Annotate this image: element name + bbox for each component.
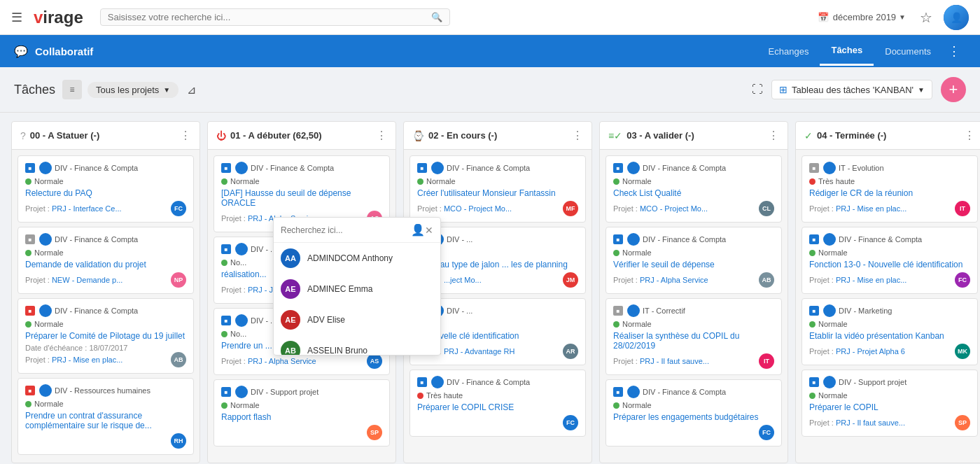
card-title[interactable]: Relecture du PAQ xyxy=(25,188,186,198)
search-input[interactable] xyxy=(108,12,426,22)
card-type-icon: ■ xyxy=(25,386,35,395)
task-card[interactable]: ■👤DIV - Finance & ComptaNormaleDemande d… xyxy=(18,227,194,294)
card-assignee-avatar: AR xyxy=(563,344,578,359)
project-link[interactable]: PRJ - Alpha Service xyxy=(248,357,316,365)
project-link[interactable]: MCO - Project Mo... xyxy=(640,204,708,213)
favorites-icon[interactable]: ☆ xyxy=(920,9,932,26)
task-card[interactable]: ■👤DIV - Finance & ComptaNormaleVérifier … xyxy=(606,227,782,294)
task-card[interactable]: ■👤DIV - Support projetNormaleRapport fla… xyxy=(214,379,390,447)
card-division-label: DIV - Finance & Compta xyxy=(55,164,183,172)
project-link[interactable]: ...ject Mo... xyxy=(444,276,482,284)
user-avatar[interactable]: 👤 xyxy=(944,5,969,30)
card-title[interactable]: Prendre un contrat d'assurance complémen… xyxy=(25,411,186,430)
menu-hamburger[interactable]: ☰ xyxy=(11,10,22,25)
task-card[interactable]: ■👤DIV - Finance & ComptaNormaleRelecture… xyxy=(18,155,194,223)
dropdown-user-item[interactable]: AE ADV Elise xyxy=(274,304,440,335)
project-link[interactable]: PRJ - Mise en plac... xyxy=(52,356,122,364)
task-card[interactable]: ■👤DIV - Ressources humainesNormalePrendr… xyxy=(18,378,194,455)
app-logo[interactable]: virage xyxy=(34,8,83,27)
card-top-row: ■👤IT - Evolution xyxy=(809,162,970,174)
card-title[interactable]: Créer l'utilisateur Monsieur Fantassin xyxy=(417,188,578,198)
tab-echanges[interactable]: Echanges xyxy=(757,38,820,65)
project-link[interactable]: PRJ - Alpha Service xyxy=(640,276,708,284)
tab-documents[interactable]: Documents xyxy=(874,38,942,65)
card-title[interactable]: Etablir la vidéo présentation Kanban xyxy=(809,331,970,341)
project-link[interactable]: PRJ - Interface Ce... xyxy=(52,204,122,213)
card-top-row: ■👤DIV - Support projet xyxy=(221,386,382,398)
project-link[interactable]: PRJ - Il faut sauve... xyxy=(836,419,905,427)
date-picker[interactable]: 📅 décembre 2019 ▼ xyxy=(818,12,906,22)
card-type-icon: ■ xyxy=(613,306,623,316)
column-status-icon-4: ✓ xyxy=(804,130,813,141)
dropdown-search-input[interactable] xyxy=(281,225,405,235)
priority-label: Normale xyxy=(622,320,652,328)
card-division-avatar: 👤 xyxy=(431,162,444,174)
priority-label: Normale xyxy=(34,248,64,257)
card-title[interactable]: Préparer le Comité de Pilotage du 19 jui… xyxy=(25,331,186,341)
task-card[interactable]: ■👤DIV - Finance & ComptaNormalePréparer … xyxy=(18,298,194,374)
project-link[interactable]: PRJ - Mise en plac... xyxy=(836,276,906,284)
card-title[interactable]: [DAF] Hausse du seuil de dépense ORACLE xyxy=(221,188,382,208)
search-icon[interactable]: 🔍 xyxy=(431,12,442,22)
card-division-label: DIV - Finance & Compta xyxy=(447,164,575,172)
card-title[interactable]: Rapport flash xyxy=(221,412,382,422)
task-card[interactable]: ■👤DIV - Finance & ComptaNormaleCheck Lis… xyxy=(606,155,782,223)
card-title[interactable]: Rédiger le CR de la réunion xyxy=(809,188,970,198)
dropdown-user-item[interactable]: AA ADMINDCOM Anthony xyxy=(274,243,440,274)
task-card[interactable]: ■👤DIV - Finance & ComptaNormaleCréer l'u… xyxy=(410,155,586,223)
card-title[interactable]: Fonction 13-0 - Nouvelle clé identificat… xyxy=(809,260,970,269)
task-card[interactable]: ■👤DIV - Finance & ComptaNormaleFonction … xyxy=(802,227,978,294)
dropdown-user-item[interactable]: AB ASSELIN Bruno xyxy=(274,335,440,355)
project-link[interactable]: PRJ - Il faut sauve... xyxy=(640,357,709,365)
kanban-selector[interactable]: ⊞ Tableau des tâches 'KANBAN' ▼ xyxy=(771,80,932,99)
project-selector[interactable]: Tous les projets ▼ xyxy=(88,82,178,98)
dropdown-user-item[interactable]: AE ADMINEC Emma xyxy=(274,274,440,304)
card-title[interactable]: Réaliser la synthèse du COPIL du 28/02/2… xyxy=(613,331,774,351)
card-assignee-avatar: SP xyxy=(367,425,382,440)
task-card[interactable]: ■👤DIV - Finance & ComptaTrès hautePrépar… xyxy=(410,370,586,437)
column-more-icon-3[interactable]: ⋮ xyxy=(768,129,779,142)
sub-nav-more-icon[interactable]: ⋮ xyxy=(942,43,966,59)
project-link[interactable]: PRJ - Mise en plac... xyxy=(836,204,906,213)
card-title[interactable]: Vérifier le seuil de dépense xyxy=(613,260,774,269)
dropdown-search-box[interactable]: 👤 ✕ xyxy=(274,218,440,243)
card-footer: Projet : PRJ - Alpha ServiceAB xyxy=(613,272,774,288)
priority-label: No... xyxy=(230,258,246,267)
add-task-button[interactable]: + xyxy=(941,77,966,102)
tab-taches[interactable]: Tâches xyxy=(820,36,874,66)
priority-label: Très haute xyxy=(818,177,855,185)
column-more-icon-4[interactable]: ⋮ xyxy=(964,129,975,142)
task-card[interactable]: ■👤IT - EvolutionTrès hauteRédiger le CR … xyxy=(802,155,978,223)
card-priority-row: le... xyxy=(417,320,578,328)
column-more-icon-1[interactable]: ⋮ xyxy=(376,129,387,142)
card-title[interactable]: Demande de validation du projet xyxy=(25,260,186,269)
card-title[interactable]: Préparer le COPIL xyxy=(809,402,970,412)
search-box[interactable]: 🔍 xyxy=(100,8,450,26)
project-link[interactable]: MCO - Project Mo... xyxy=(444,204,512,213)
task-card[interactable]: ■👤DIV - Support projetNormalePréparer le… xyxy=(802,370,978,437)
card-title[interactable]: Check List Qualité xyxy=(613,188,774,198)
card-assignee-avatar: FC xyxy=(955,272,970,288)
logo-irage: irage xyxy=(43,8,83,27)
card-top-row: ■👤DIV - ... xyxy=(417,304,578,317)
priority-dot xyxy=(613,250,620,256)
column-cards-0: ■👤DIV - Finance & ComptaNormaleRelecture… xyxy=(12,150,200,463)
project-link[interactable]: PRJ - Projet Alpha 6 xyxy=(836,347,905,356)
card-type-icon: ■ xyxy=(221,244,231,254)
card-title[interactable]: nouveau type de jalon ... les de plannin… xyxy=(417,260,578,269)
column-more-icon-0[interactable]: ⋮ xyxy=(180,129,191,142)
filter-funnel-icon[interactable]: ⊿ xyxy=(187,83,196,97)
task-card[interactable]: ■👤IT - CorrectifNormaleRéaliser la synth… xyxy=(606,298,782,375)
task-card[interactable]: ■👤DIV - Finance & ComptaNormalePréparer … xyxy=(606,379,782,447)
project-link[interactable]: PRJ - Advantage RH xyxy=(444,347,515,356)
view-icon[interactable]: ≡ xyxy=(62,80,82,99)
project-link[interactable]: NEW - Demande p... xyxy=(52,276,122,284)
expand-icon[interactable]: ⛶ xyxy=(752,83,763,96)
card-title[interactable]: Préparer le COPIL CRISE xyxy=(417,402,578,412)
card-title[interactable]: ...Nouvelle clé identification xyxy=(417,331,578,341)
dropdown-close-icon[interactable]: ✕ xyxy=(425,225,433,236)
task-card[interactable]: ■👤DIV - MarketingNormaleEtablir la vidéo… xyxy=(802,298,978,365)
column-more-icon-2[interactable]: ⋮ xyxy=(572,129,583,142)
card-title[interactable]: Préparer les engagements budgétaires xyxy=(613,412,774,422)
card-type-icon: ■ xyxy=(25,234,35,244)
